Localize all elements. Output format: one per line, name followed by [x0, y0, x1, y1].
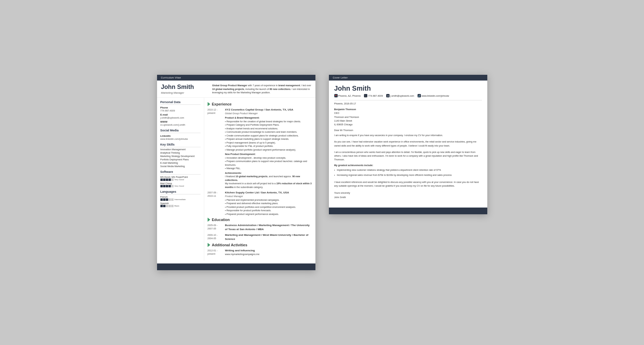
rating-dot-empty: [171, 179, 174, 181]
skill-item: Portfolio Deployment Plans: [160, 158, 201, 161]
entry-date: 2005-09 -2007-05: [208, 223, 225, 231]
entry-sub-title: Product & Brand Management:: [225, 116, 312, 120]
rating-dot-empty: [171, 205, 174, 207]
entry-bullet: • Fully responsible for P&L of product p…: [225, 145, 312, 148]
entry-bullet: • Innovation development - develop new p…: [225, 156, 312, 160]
key-skills-title: Key Skills: [160, 143, 201, 147]
recipient-title: CEO: [334, 112, 339, 114]
personal-data-title: Personal Data: [160, 100, 201, 105]
cl-name: John Smith: [334, 85, 482, 92]
entry-date: 2000-10 -2004-05: [208, 233, 225, 241]
recipient-company: Thomson and Thomson: [334, 116, 359, 118]
languages-title: Languages: [160, 190, 201, 194]
rating-dot-empty: [168, 198, 171, 201]
cl-recipient: Benjamin Thomson CEO Thomson and Thomson…: [334, 107, 482, 126]
signature: John Smith: [334, 195, 482, 200]
phone-icon: 📞: [364, 94, 367, 97]
cv-footer-bar: [157, 263, 315, 270]
linkedin-label: LinkedIn: [160, 134, 201, 137]
skill-item: Marketing Strategy Development: [160, 155, 201, 157]
rating-dot: [166, 179, 168, 181]
rating-dot: [160, 205, 163, 207]
cl-divider: [334, 100, 482, 100]
rating-bar: Basic: [160, 205, 201, 207]
social-media-title: Social Media: [160, 129, 201, 133]
cl-contact-phone: 📞 774-987-4009: [364, 94, 383, 97]
phone-label: Phone: [160, 106, 201, 109]
cl-contact-linkedin: 🔗 www.linkedin.com/johnutw: [418, 94, 449, 97]
activities-arrow-icon: [208, 243, 210, 247]
lang-item-french: French Intermediate: [160, 196, 201, 201]
entry-content: Marketing and Management / West Miami Un…: [225, 233, 312, 241]
email-icon: ✉: [386, 94, 390, 97]
entry-bullet: • Prepare communication plans to support…: [225, 160, 312, 167]
rating-dot: [166, 198, 168, 201]
education-entry-2: 2000-10 -2004-05 Marketing and Managemen…: [208, 233, 312, 241]
rating-bar: Very Good: [160, 185, 201, 187]
cl-paragraph-3: I am a conscientious person who works ha…: [334, 150, 482, 162]
entry-content: XYZ Cosmetics Capital Group / San Antoni…: [225, 108, 312, 189]
rating-label: Very Good: [175, 185, 184, 187]
contact-email-text: j.smith@uptowork.com: [390, 95, 414, 97]
cl-header-label: Cover Letter: [333, 76, 348, 79]
entry-bullet: • Manage P&L.: [225, 167, 312, 170]
rating-dot: [160, 179, 163, 181]
cl-salutation: Dear Mr Thomson: [334, 129, 482, 131]
rating-dot-empty: [168, 205, 171, 207]
entry-bullet: • Communicate product knowledge to custo…: [225, 130, 312, 134]
rating-dot: [160, 198, 163, 201]
cl-closing: Yours sincerely John Smith: [334, 191, 482, 199]
entry-bullet: • Planned and implemented promotional ca…: [225, 198, 312, 202]
rating-dot: [163, 179, 165, 181]
entry-company: XYZ Cosmetics Capital Group / San Antoni…: [225, 108, 312, 112]
cv-summary-text: Global Group Product Manager with 7 year…: [212, 84, 311, 94]
rating-label: Basic: [175, 205, 180, 207]
activity-entry-1: 2012-01 -present Writing and Influencing…: [208, 249, 312, 256]
entry-content: Writing and Influencing www.mymarketingc…: [225, 249, 312, 256]
cl-body: John Smith 📍 Phoenix, AZ, Phoenix 📞 774-…: [329, 81, 487, 203]
entry-role: Product Manager: [225, 195, 312, 198]
activity-url: www.mymarketingcampaigns.me: [225, 253, 312, 256]
rating-dot-empty: [171, 198, 174, 201]
education-entry-1: 2005-09 -2007-05 Business Administration…: [208, 223, 312, 231]
software-name: MS Excel, MS PowerPoint: [160, 176, 201, 178]
entry-bullet: • Prepare Category and Portfolio Deploym…: [225, 123, 312, 127]
rating-dot-empty: [166, 205, 168, 207]
rating-dot: [160, 185, 163, 187]
cv-header-label: Curriculum Vitae: [161, 76, 181, 79]
entry-bullet: • Provided product portfolios and compet…: [225, 206, 312, 209]
entry-sub-title: New Product Development:: [225, 153, 312, 156]
contact-phone-text: 774-987-4009: [368, 95, 383, 97]
entry-degree: Business Administration / Marketing Mana…: [225, 223, 312, 231]
lang-item-spanish: Spanish Basic: [160, 202, 201, 207]
rating-label: Very Good: [175, 179, 184, 181]
www-label: WWW: [160, 120, 201, 123]
entry-sub-title: Achievements:: [225, 171, 312, 175]
cv-summary: Global Group Product Manager with 7 year…: [208, 84, 311, 95]
skill-item: Social Media Marketing: [160, 165, 201, 167]
experience-title: Experience: [212, 102, 232, 106]
cl-paragraph-1: I am writing to enquire if you have any …: [334, 133, 482, 137]
cover-letter-document: Cover Letter John Smith 📍 Phoenix, AZ, P…: [329, 75, 487, 214]
lang-name: Spanish: [160, 202, 201, 205]
contact-location-text: Phoenix, AZ, Phoenix: [338, 95, 361, 97]
location-icon: 📍: [334, 94, 338, 97]
rating-dot: [163, 205, 165, 207]
recipient-address2: IL 60605 Chicago: [334, 123, 353, 126]
rating-dot: [163, 198, 165, 201]
rating-dot: [166, 185, 168, 187]
entry-content: Kitchen Supply Center Ltd / San Antonio,…: [225, 191, 312, 216]
experience-section-header: Experience: [208, 102, 312, 106]
lang-name: French: [160, 196, 201, 198]
education-section-header: Education: [208, 218, 312, 222]
achievement-item-1: Implementing new customer relations stra…: [334, 168, 482, 172]
activities-title: Additional Activities: [212, 243, 247, 247]
entry-bullet: • Project management (teams of up to 5 p…: [225, 141, 312, 145]
page-container: Curriculum Vitae John Smith Marketing Ma…: [157, 75, 487, 270]
entry-role: Global Group Product Manager: [225, 112, 312, 116]
entry-bullet: My involvement in a stock sell-off proje…: [225, 182, 312, 189]
cl-contact-location: 📍 Phoenix, AZ, Phoenix: [334, 94, 361, 97]
entry-date: 2007-09 -2010-11: [208, 191, 225, 216]
cv-header-bar: Curriculum Vitae: [157, 75, 315, 81]
www-value: cv.uptowork.com/j.smith: [160, 124, 201, 126]
